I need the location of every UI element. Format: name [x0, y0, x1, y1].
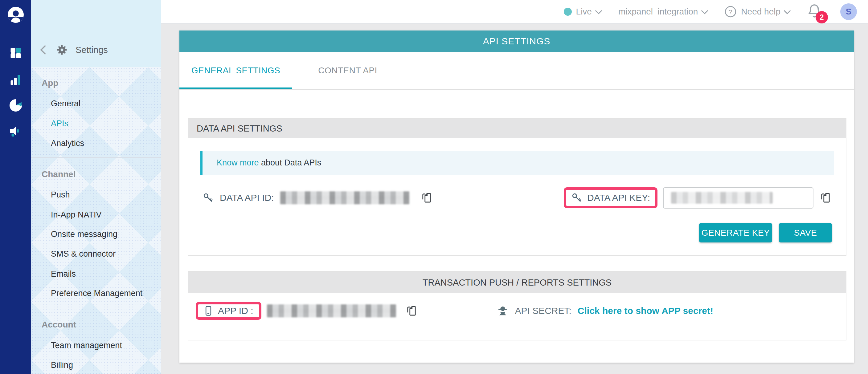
sidebar-item-preference-management[interactable]: Preference Management — [51, 286, 181, 300]
sidebar-header: Settings — [31, 0, 161, 67]
sidebar-item-billing[interactable]: Billing — [51, 358, 181, 372]
tab-content-api-label: CONTENT API — [318, 66, 377, 75]
show-app-secret-link[interactable]: Click here to show APP secret! — [578, 306, 713, 316]
data-api-settings-title: DATA API SETTINGS — [197, 124, 282, 134]
sidebar-group-app: App — [41, 76, 172, 90]
sidebar-item-sms-connector[interactable]: SMS & connector — [51, 247, 181, 261]
environment-label: Live — [576, 7, 592, 16]
know-more-link[interactable]: Know more — [217, 158, 259, 168]
tab-bar: GENERAL SETTINGS CONTENT API — [179, 52, 854, 90]
sidebar-item-analytics[interactable] — [0, 73, 31, 87]
save-button[interactable]: SAVE — [779, 223, 832, 242]
svg-text:?: ? — [729, 8, 733, 15]
avatar-logo-icon — [8, 7, 24, 23]
app-id-label: APP ID : — [218, 306, 253, 316]
pie-chart-icon — [9, 98, 23, 112]
sidebar-item-segments[interactable] — [0, 98, 31, 112]
project-selector[interactable]: mixpanel_integration — [618, 7, 707, 16]
sidebar-divider — [31, 309, 161, 309]
copy-app-id-button[interactable] — [405, 304, 418, 317]
active-tab-underline — [179, 88, 292, 89]
sidebar-item-campaigns[interactable] — [0, 124, 31, 138]
copy-data-api-key-button[interactable] — [819, 191, 832, 204]
spy-secret-icon — [497, 305, 508, 317]
help-menu[interactable]: ? Need help — [724, 5, 790, 18]
sidebar-title: Settings — [75, 45, 108, 55]
sidebar-item-apis[interactable]: APIs — [51, 117, 181, 130]
sidebar-item-dashboard[interactable] — [0, 46, 31, 60]
sidebar-item-general[interactable]: General — [51, 97, 181, 110]
api-secret-label: API SECRET: — [515, 306, 571, 316]
user-avatar[interactable]: S — [840, 3, 857, 20]
megaphone-icon — [9, 124, 23, 138]
transaction-push-reports-section: TRANSACTION PUSH / REPORTS SETTINGS APP … — [188, 271, 846, 340]
notifications-button[interactable]: 2 — [807, 3, 823, 20]
help-label: Need help — [741, 7, 780, 16]
tab-general-settings-label: GENERAL SETTINGS — [191, 66, 280, 75]
know-more-banner: Know more about Data APIs — [200, 151, 834, 175]
copy-icon — [420, 191, 433, 204]
mobile-phone-icon — [204, 306, 213, 316]
copy-icon — [405, 304, 418, 317]
data-api-settings-section: DATA API SETTINGS Know more about Data A… — [188, 118, 846, 256]
sidebar-group-channel: Channel — [41, 168, 172, 181]
grid-icon — [9, 46, 23, 60]
data-api-key-label: DATA API KEY: — [587, 193, 650, 203]
page-title-bar: API SETTINGS — [179, 31, 854, 52]
data-api-id-value-redacted — [280, 191, 410, 204]
question-circle-icon: ? — [724, 5, 737, 18]
topbar: Live mixpanel_integration ? Need help 2 … — [161, 0, 868, 24]
sidebar-item-onsite-messaging[interactable]: Onsite messaging — [51, 227, 181, 241]
sidebar-item-emails[interactable]: Emails — [51, 267, 181, 281]
data-api-id-label: DATA API ID: — [220, 193, 274, 203]
back-chevron-icon[interactable] — [40, 45, 50, 55]
key-icon — [203, 192, 214, 203]
key-icon — [571, 192, 582, 203]
sidebar-group-account: Account — [41, 318, 172, 332]
api-settings-card: API SETTINGS GENERAL SETTINGS CONTENT AP… — [179, 31, 854, 363]
copy-data-api-id-button[interactable] — [420, 191, 433, 204]
tab-content-api[interactable]: CONTENT API — [292, 52, 403, 89]
chevron-down-icon — [595, 7, 602, 14]
app-id-value-redacted — [267, 304, 396, 317]
transaction-section-title: TRANSACTION PUSH / REPORTS SETTINGS — [423, 278, 612, 288]
sidebar-menu: App General APIs Analytics Channel Push … — [31, 67, 161, 374]
gear-icon — [56, 44, 67, 56]
generate-key-button[interactable]: GENERATE KEY — [699, 223, 772, 242]
chevron-down-icon — [701, 7, 708, 14]
know-more-rest: about Data APIs — [259, 158, 321, 168]
live-status-dot — [564, 8, 572, 16]
data-api-key-annotation: DATA API KEY: — [564, 187, 657, 208]
page-title: API SETTINGS — [483, 36, 551, 46]
tab-general-settings[interactable]: GENERAL SETTINGS — [179, 52, 292, 89]
data-api-key-value-redacted — [671, 192, 773, 204]
data-api-key-input[interactable] — [663, 187, 813, 209]
environment-selector[interactable]: Live — [564, 7, 601, 16]
section-header: TRANSACTION PUSH / REPORTS SETTINGS — [188, 272, 846, 293]
copy-icon — [819, 191, 832, 204]
chevron-down-icon — [784, 7, 791, 14]
section-header: DATA API SETTINGS — [188, 119, 846, 138]
sidebar-item-team-management[interactable]: Team management — [51, 339, 181, 352]
sidebar-item-inapp-nativ[interactable]: In-App NATIV — [51, 208, 181, 222]
primary-navbar — [0, 0, 31, 374]
notification-badge: 2 — [815, 11, 828, 24]
project-name: mixpanel_integration — [618, 7, 698, 16]
sidebar-item-push[interactable]: Push — [51, 188, 181, 202]
sidebar-divider — [31, 157, 161, 158]
settings-sidebar: Settings App General APIs Analytics Chan… — [31, 0, 161, 374]
sidebar-item-analytics-app[interactable]: Analytics — [51, 136, 181, 150]
bar-chart-icon — [9, 73, 23, 87]
brand-logo[interactable] — [0, 7, 31, 23]
app-id-annotation: APP ID : — [196, 302, 261, 320]
